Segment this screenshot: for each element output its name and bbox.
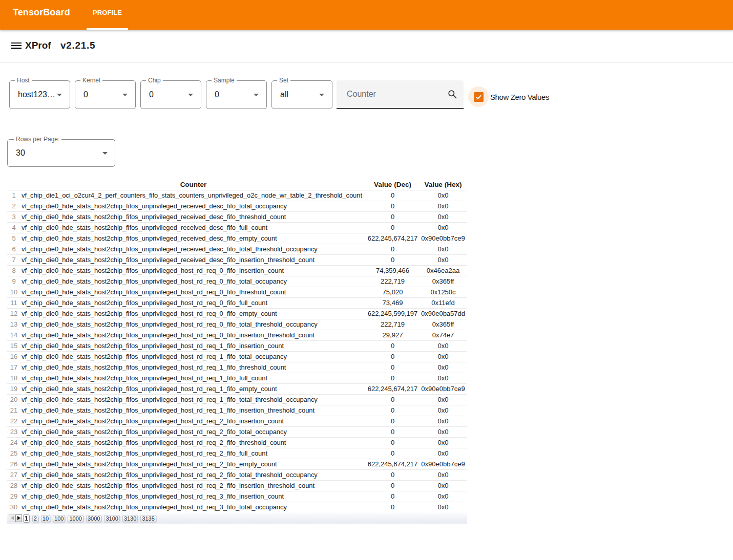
counter-name: vf_chip_die0_hde_stats_host2chip_fifos_u… xyxy=(20,233,366,244)
page-button-2[interactable]: 2 xyxy=(32,515,38,522)
counter-name: vf_chip_die0_hde_stats_host2chip_fifos_u… xyxy=(20,287,366,297)
counter-name: vf_chip_die0_hde_stats_host2chip_fifos_u… xyxy=(20,362,366,373)
table-row: 13vf_chip_die0_hde_stats_host2chip_fifos… xyxy=(7,319,467,330)
value-dec: 0 xyxy=(366,448,419,459)
value-hex: 0x365ff xyxy=(419,319,467,330)
table-pagination: 121010010003000310031303135 xyxy=(7,512,467,524)
counter-search-input[interactable] xyxy=(347,80,444,108)
table-row: 7vf_chip_die0_hde_stats_host2chip_fifos_… xyxy=(7,254,467,265)
value-dec: 622,245,674,217 xyxy=(366,233,419,244)
value-hex: 0x0 xyxy=(419,405,467,416)
next-page-button[interactable] xyxy=(15,514,22,522)
value-hex: 0x0 xyxy=(419,437,467,448)
row-index: 9 xyxy=(7,276,20,287)
page-button-3100[interactable]: 3100 xyxy=(104,515,119,522)
table-row: 24vf_chip_die0_hde_stats_host2chip_fifos… xyxy=(7,437,467,448)
counter-name: vf_chip_die0_hde_stats_host2chip_fifos_u… xyxy=(20,416,366,426)
table-row: 30vf_chip_die0_hde_stats_host2chip_fifos… xyxy=(7,502,467,512)
value-hex: 0x0 xyxy=(419,373,467,383)
table-row: 1vf_chip_die1_oci_o2cur4_2_perf_counters… xyxy=(7,190,467,201)
table-row: 26vf_chip_die0_hde_stats_host2chip_fifos… xyxy=(7,459,467,469)
prev-page-button[interactable] xyxy=(9,514,15,522)
row-index: 18 xyxy=(7,373,20,383)
counter-name: vf_chip_die0_hde_stats_host2chip_fifos_u… xyxy=(20,351,366,362)
value-dec: 0 xyxy=(366,351,419,362)
counter-name: vf_chip_die0_hde_stats_host2chip_fifos_u… xyxy=(20,330,366,340)
table-row: 4vf_chip_die0_hde_stats_host2chip_fifos_… xyxy=(7,222,467,233)
value-hex: 0x1250c xyxy=(419,287,467,297)
value-hex: 0x90e0ba57dd xyxy=(419,308,467,319)
value-hex: 0x74e7 xyxy=(419,330,467,340)
value-hex: 0x0 xyxy=(419,416,467,426)
chip-select-label: Chip xyxy=(146,77,163,84)
hamburger-menu-icon[interactable] xyxy=(11,42,22,50)
page-title: XProf xyxy=(25,40,51,51)
row-index: 12 xyxy=(7,308,20,319)
rows-per-page-select[interactable]: Rows per Page: 30 xyxy=(7,139,115,167)
page-button-1000[interactable]: 1000 xyxy=(68,515,83,522)
row-index: 7 xyxy=(7,254,20,265)
row-index: 22 xyxy=(7,416,20,426)
table-row: 5vf_chip_die0_hde_stats_host2chip_fifos_… xyxy=(7,233,467,244)
table-row: 3vf_chip_die0_hde_stats_host2chip_fifos_… xyxy=(7,211,467,222)
host-select[interactable]: Host host123… xyxy=(9,80,70,109)
counter-name: vf_chip_die0_hde_stats_host2chip_fifos_u… xyxy=(20,244,366,254)
chevron-down-icon xyxy=(319,94,324,96)
show-zero-values-checkbox[interactable] xyxy=(474,92,484,102)
table-row: 10vf_chip_die0_hde_stats_host2chip_fifos… xyxy=(7,287,467,297)
show-zero-values-label: Show Zero Values xyxy=(490,93,549,101)
value-hex: 0x0 xyxy=(419,469,467,480)
row-index: 4 xyxy=(7,222,20,233)
row-index: 8 xyxy=(7,265,20,276)
counters-table: Counter Value (Dec) Value (Hex) 1vf_chip… xyxy=(7,179,467,513)
value-dec: 0 xyxy=(366,394,419,405)
page-button-1[interactable]: 1 xyxy=(23,514,30,523)
table-row: 29vf_chip_die0_hde_stats_host2chip_fifos… xyxy=(7,491,467,502)
app-bar: TensorBoard PROFILE xyxy=(0,0,733,30)
kernel-select[interactable]: Kernel 0 xyxy=(75,80,136,109)
counter-name: vf_chip_die0_hde_stats_host2chip_fifos_u… xyxy=(20,502,366,512)
value-dec: 29,927 xyxy=(366,330,419,340)
value-dec: 0 xyxy=(366,211,419,222)
sample-select[interactable]: Sample 0 xyxy=(206,80,267,109)
page-button-3135[interactable]: 3135 xyxy=(140,515,156,522)
row-index: 26 xyxy=(7,459,20,469)
row-index: 25 xyxy=(7,448,20,459)
value-hex: 0x0 xyxy=(419,201,467,211)
counter-name: vf_chip_die0_hde_stats_host2chip_fifos_u… xyxy=(20,319,366,330)
value-dec: 0 xyxy=(366,480,419,491)
value-hex: 0x90e0bb7ce9 xyxy=(419,383,467,394)
row-index: 17 xyxy=(7,362,20,373)
counter-name: vf_chip_die0_hde_stats_host2chip_fifos_u… xyxy=(20,437,366,448)
value-dec: 0 xyxy=(366,502,419,512)
tab-profile[interactable]: PROFILE xyxy=(87,0,128,25)
counter-name: vf_chip_die0_hde_stats_host2chip_fifos_u… xyxy=(20,211,366,222)
page-button-3130[interactable]: 3130 xyxy=(122,515,138,522)
counter-name: vf_chip_die0_hde_stats_host2chip_fifos_u… xyxy=(20,469,366,480)
set-select[interactable]: Set all xyxy=(271,80,332,109)
table-row: 23vf_chip_die0_hde_stats_host2chip_fifos… xyxy=(7,426,467,437)
value-dec: 0 xyxy=(366,469,419,480)
counter-name: vf_chip_die0_hde_stats_host2chip_fifos_u… xyxy=(20,201,366,211)
tab-active-indicator xyxy=(87,28,128,30)
value-hex: 0x0 xyxy=(419,211,467,222)
row-index: 2 xyxy=(7,201,20,211)
counter-search-field xyxy=(337,80,464,109)
page-button-100[interactable]: 100 xyxy=(53,515,65,522)
value-dec: 622,245,674,217 xyxy=(366,383,419,394)
chip-select[interactable]: Chip 0 xyxy=(140,80,201,109)
page-button-10[interactable]: 10 xyxy=(41,515,50,522)
counter-name: vf_chip_die0_hde_stats_host2chip_fifos_u… xyxy=(20,491,366,502)
value-dec: 222,719 xyxy=(366,319,419,330)
chevron-down-icon xyxy=(188,94,193,96)
value-dec: 0 xyxy=(366,244,419,254)
next-arrow-icon xyxy=(17,516,20,520)
counter-name: vf_chip_die0_hde_stats_host2chip_fifos_u… xyxy=(20,426,366,437)
checkbox-ripple xyxy=(468,87,489,107)
value-dec: 0 xyxy=(366,254,419,265)
row-index: 14 xyxy=(7,330,20,340)
page-button-3000[interactable]: 3000 xyxy=(86,515,101,522)
row-index: 28 xyxy=(7,480,20,491)
table-row: 19vf_chip_die0_hde_stats_host2chip_fifos… xyxy=(7,383,467,394)
counter-name: vf_chip_die0_hde_stats_host2chip_fifos_u… xyxy=(20,480,366,491)
